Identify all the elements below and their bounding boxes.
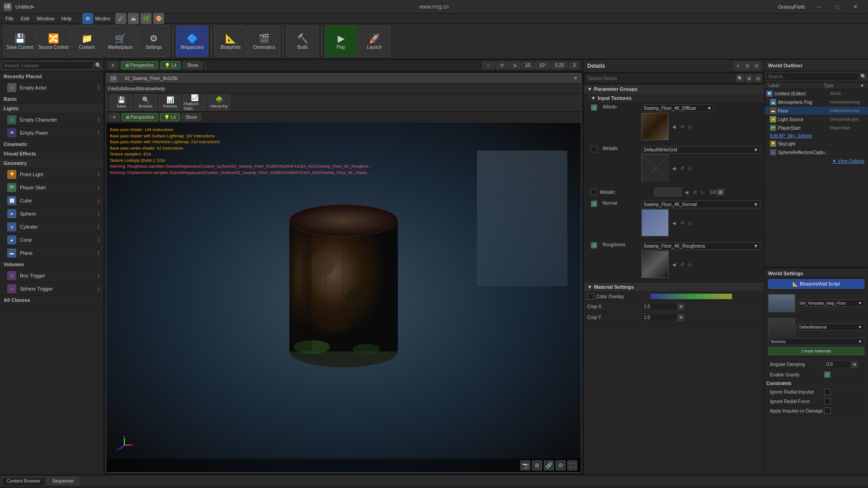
color-overlay-checkbox[interactable] [587, 293, 594, 300]
play-button[interactable]: ▶ Play [325, 25, 357, 57]
details-filter-icon[interactable]: ⊟ [754, 74, 762, 82]
cone-info[interactable]: ℹ [98, 237, 100, 243]
angular-damping-spinner[interactable]: ⊞ [851, 361, 858, 368]
cinematic-header[interactable]: Cinematic [0, 140, 104, 149]
crop-x-input[interactable] [642, 303, 678, 310]
geometry-header[interactable]: Geometry [0, 159, 104, 168]
textures-dropdown[interactable]: Textures ▼ [768, 338, 864, 345]
box-trigger-info[interactable]: ℹ [98, 272, 100, 279]
mat-perspective-btn[interactable]: ⊠ Perspective [122, 113, 158, 121]
mat-lit-btn[interactable]: 💡 Lit [160, 113, 180, 121]
outliner-link-bp-sky[interactable]: Edit BP_Sky_Sphere [770, 133, 812, 138]
volumes-header[interactable]: Volumes [0, 260, 104, 269]
normal-texture-dropdown[interactable]: Swamp_Floor_4K_Normal ▼ [642, 201, 760, 208]
cb-tab-sequencer[interactable]: Sequencer [47, 477, 79, 485]
apply-impulse-checkbox[interactable] [824, 408, 830, 414]
sm-template-dropdown[interactable]: SM_Template_Map_Floor ▼ [797, 300, 864, 307]
actor-plane[interactable]: ▬ Plane ℹ [0, 247, 104, 260]
normal-checkbox[interactable]: ✓ [591, 201, 597, 207]
roughness-arrow-right[interactable]: ▷ [687, 261, 694, 268]
material-editor-close[interactable]: ✕ [573, 75, 577, 81]
actor-sphere[interactable]: ● Sphere ℹ [0, 207, 104, 221]
details-btn-1[interactable]: ≡ [734, 62, 742, 70]
crop-y-input[interactable] [642, 314, 678, 321]
menu-file[interactable]: File [2, 15, 17, 22]
content-button[interactable]: 📁 Content [71, 25, 103, 57]
default-material-dropdown[interactable]: DefaultMaterial ▼ [797, 324, 864, 331]
actor-box-trigger[interactable]: □ Box Trigger ℹ [0, 269, 104, 282]
menu-window[interactable]: Window [33, 15, 58, 22]
save-current-button[interactable]: 💾 Save Current [4, 25, 36, 57]
search-classes-input[interactable] [2, 61, 93, 70]
mat-platform-stats-button[interactable]: 📈 Platform Stats [183, 94, 206, 111]
create-materials-button[interactable]: Create Materials [768, 347, 864, 355]
blueprint-add-script-button[interactable]: 📐 Blueprint/Add Script [768, 279, 864, 289]
albedo-texture-dropdown[interactable]: Swamp_Floor_4K_Diffuse ▼ [642, 104, 714, 112]
outliner-item-untitled[interactable]: 🌍 Untitled (Editor) World [764, 89, 868, 98]
point-light-info[interactable]: ℹ [98, 171, 100, 178]
metallic1-reset[interactable]: ↺ [679, 164, 686, 172]
metallic1-checkbox[interactable] [591, 146, 597, 152]
normal-reset[interactable]: ↺ [679, 219, 686, 226]
parameter-groups-header[interactable]: ▼ Parameter Groups [584, 84, 764, 94]
visual-effects-header[interactable]: Visual Effects [0, 149, 104, 159]
all-classes-header[interactable]: All Classes [0, 296, 104, 305]
vp-tool-scale[interactable]: ⇲ [509, 61, 520, 69]
actor-empty-character[interactable]: 👤 Empty Character ℹ [0, 113, 104, 127]
minimize-button[interactable]: ─ [810, 0, 828, 14]
enable-gravity-checkbox[interactable]: ✓ [824, 371, 830, 378]
normal-arrow-right[interactable]: ▷ [687, 219, 694, 226]
details-search-icon[interactable]: 🔍 [736, 74, 744, 82]
albedo-arrow-right[interactable]: ▷ [687, 123, 694, 130]
blueprints-button[interactable]: 📐 Blueprints [214, 25, 247, 57]
roughness-arrow-left[interactable]: ◀ [670, 261, 678, 268]
actor-cube[interactable]: ⬜ Cube ℹ [0, 194, 104, 207]
vp-btn-settings[interactable]: ⚙ [556, 460, 566, 470]
angular-damping-input[interactable] [824, 361, 851, 368]
launch-button[interactable]: 🚀 Launch [358, 25, 391, 57]
maximize-button[interactable]: □ [828, 0, 846, 14]
vp-btn-grid[interactable]: ⊞ [532, 460, 542, 470]
empty-pawn-info[interactable]: ℹ [98, 130, 100, 136]
mat-vp-menu[interactable]: ≡ [109, 113, 120, 121]
cb-tab-content-browser[interactable]: Content Browser [2, 477, 45, 485]
outliner-item-floor[interactable]: ▬ Floor StaticMeshActor [764, 107, 868, 115]
mode-btn-2[interactable]: ⛰ [128, 13, 139, 24]
roughness-reset[interactable]: ↺ [679, 261, 686, 268]
outliner-item-skylight[interactable]: 💡 SkyLight [764, 140, 868, 148]
show-button[interactable]: Show [183, 61, 203, 69]
metallic2-reset[interactable]: ↺ [691, 188, 698, 196]
outliner-item-light-source[interactable]: ☀ Light Source DirectionalLight [764, 115, 868, 124]
sphere-trigger-info[interactable]: ℹ [98, 286, 100, 292]
cube-info[interactable]: ℹ [98, 197, 100, 204]
mat-menu-file[interactable]: File [108, 86, 116, 91]
ignore-radial-impulse-checkbox[interactable] [824, 389, 830, 395]
details-search-input[interactable] [585, 75, 734, 82]
sphere-info[interactable]: ℹ [98, 211, 100, 217]
outliner-item-bp-sky[interactable]: Edit BP_Sky_Sphere [764, 132, 868, 140]
mat-show-btn[interactable]: Show [182, 113, 201, 121]
actor-player-start[interactable]: 🏁 Player Start ℹ [0, 181, 104, 194]
metallic2-arrow-right[interactable]: ▷ [699, 188, 707, 196]
mat-menu-window[interactable]: Window [137, 86, 155, 91]
albedo-arrow-left[interactable]: ◀ [670, 123, 678, 130]
mat-save-button[interactable]: 💾 Save [110, 94, 132, 111]
lights-header[interactable]: Lights [0, 104, 104, 113]
vp-btn-snap[interactable]: 🔗 [544, 460, 554, 470]
mode-btn-1[interactable]: 🖊 [115, 13, 126, 24]
metallic1-arrow-left[interactable]: ◀ [670, 164, 678, 172]
input-textures-header[interactable]: ▼ Input Textures [587, 94, 764, 103]
empty-actor-info[interactable]: ℹ [98, 84, 100, 91]
vp-btn-camera[interactable]: 📷 [520, 460, 530, 470]
mat-menu-asset[interactable]: Asset [125, 86, 137, 91]
basic-header[interactable]: Basic [0, 94, 104, 104]
menu-edit[interactable]: Edit [17, 15, 33, 22]
empty-character-info[interactable]: ℹ [98, 117, 100, 123]
vp-tool-rotate[interactable]: ↺ [496, 61, 508, 69]
material-tab[interactable]: 02_Swamp_Floor_9n2z5b [119, 75, 184, 82]
viewport-menu-button[interactable]: ≡ [108, 61, 118, 69]
lit-button[interactable]: 💡 Lit [160, 61, 180, 69]
metallic2-arrow-left[interactable]: ◀ [683, 188, 690, 196]
actor-cylinder[interactable]: ⌀ Cylinder ℹ [0, 221, 104, 234]
settings-button[interactable]: ⚙ Settings [137, 25, 170, 57]
